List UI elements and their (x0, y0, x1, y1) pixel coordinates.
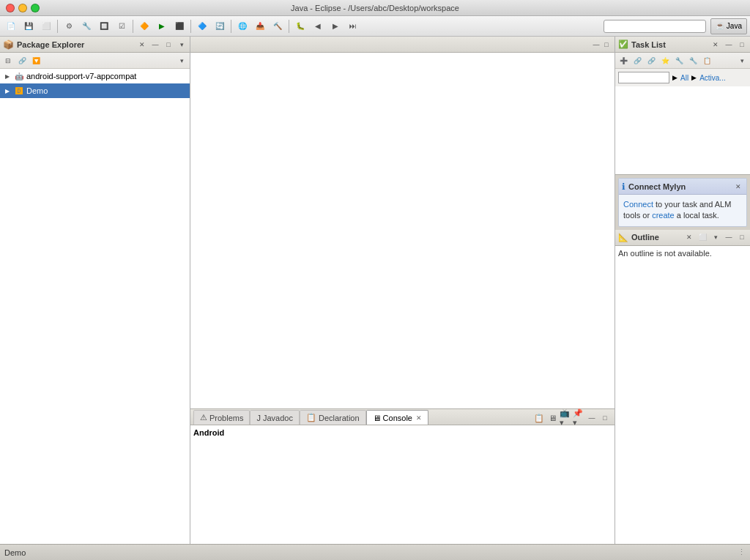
task-list-icon: ✅ (618, 40, 628, 49)
window-title: Java - Eclipse - /Users/abc/Desktop/work… (291, 4, 459, 12)
task-toolbar-btn3[interactable]: ⭐ (658, 54, 672, 67)
outline-title: Outline (631, 233, 681, 242)
editor-area[interactable] (190, 53, 615, 408)
center-area: — □ ⚠ Problems J Javadoc 📋 Declaration (190, 37, 615, 544)
tree-filter-button[interactable]: 🔽 (29, 54, 42, 67)
outline-minimize-icon[interactable]: — (724, 232, 734, 242)
collapse-all-button[interactable]: ⊟ (1, 54, 15, 67)
toolbar-btn-11[interactable]: ◀ (310, 18, 326, 34)
editor-minimize-icon[interactable]: — (591, 40, 601, 50)
console-toolbar-btn3[interactable]: 📺▾ (559, 411, 572, 425)
task-list-header: ✅ Task List ✕ — □ (615, 37, 750, 53)
console-toolbar-btn1[interactable]: 📋 (532, 411, 546, 425)
stop-button[interactable]: ⬛ (171, 18, 188, 34)
perspective-button[interactable]: ☕ Java (710, 18, 747, 34)
toolbar-btn-4[interactable]: 🔲 (96, 18, 112, 34)
console-label: Android (193, 428, 224, 437)
toolbar-btn-1[interactable]: ⬜ (38, 18, 54, 34)
connect-link[interactable]: Connect (623, 200, 653, 209)
task-all-filter[interactable]: All (680, 74, 688, 82)
maximize-panel-icon[interactable]: □ (163, 40, 174, 50)
toolbar-btn-13[interactable]: ⏭ (345, 18, 361, 34)
task-search-row: ▶ All ▶ Activa... (615, 69, 750, 86)
create-link[interactable]: create (652, 211, 675, 220)
console-content[interactable]: Android (190, 425, 615, 544)
tree-item-appcompat[interactable]: ▶ 🤖 android-support-v7-appcompat (0, 69, 190, 83)
toolbar-btn-9[interactable]: 📥 (252, 18, 268, 34)
outline-btn1[interactable]: ⬜ (697, 232, 708, 242)
package-explorer-tree[interactable]: ▶ 🤖 android-support-v7-appcompat ▶ 🅳 Dem… (0, 69, 190, 544)
toolbar-sep-1 (57, 20, 58, 33)
window-controls (6, 4, 40, 12)
run-external-button[interactable]: 🔶 (136, 18, 152, 34)
task-list-minimize-icon[interactable]: — (724, 40, 734, 50)
toolbar-btn-3[interactable]: 🔧 (78, 18, 94, 34)
status-dots: ⋮ (738, 548, 746, 557)
editor-panel-controls: — □ (190, 37, 615, 53)
package-explorer-icon: 📦 (3, 40, 14, 50)
tree-arrow-appcompat: ▶ (3, 72, 12, 81)
view-menu-button[interactable]: ▾ (175, 54, 188, 67)
outline-dropdown-icon[interactable]: ▾ (710, 232, 721, 242)
console-close-icon[interactable]: ✕ (416, 414, 422, 422)
task-toolbar-btn1[interactable]: 🔗 (631, 54, 644, 67)
toolbar-btn-7[interactable]: 🔄 (212, 18, 228, 34)
tab-problems-label: Problems (209, 414, 243, 422)
outline-maximize-icon[interactable]: □ (737, 232, 747, 242)
task-list-maximize-icon[interactable]: □ (737, 40, 747, 50)
javadoc-icon: J (256, 414, 261, 422)
mylyn-close-icon[interactable]: ✕ (733, 182, 743, 192)
task-toolbar-btn5[interactable]: 🔧 (686, 54, 699, 67)
console-toolbar-btn2[interactable]: 🖥 (546, 411, 559, 425)
task-active-filter[interactable]: Activa... (699, 74, 726, 82)
declaration-icon: 📋 (306, 413, 316, 422)
maximize-button[interactable] (31, 4, 40, 12)
task-toolbar-btn2[interactable]: 🔗 (645, 54, 658, 67)
tree-label-appcompat: android-support-v7-appcompat (26, 72, 136, 81)
toolbar-btn-5[interactable]: ☑ (114, 18, 130, 34)
task-search-input[interactable] (618, 72, 669, 83)
debug-button[interactable]: 🐛 (292, 18, 308, 34)
close-button[interactable] (6, 4, 15, 12)
toolbar-search-input[interactable] (604, 20, 706, 33)
status-text: Demo (4, 548, 738, 557)
tree-item-demo[interactable]: ▶ 🅳 Demo (0, 83, 190, 98)
right-panel: ✅ Task List ✕ — □ ➕ 🔗 🔗 ⭐ 🔧 🔧 📋 ▾ ▶ A (615, 37, 750, 544)
package-explorer-close-icon[interactable]: ✕ (137, 40, 147, 50)
toolbar-btn-8[interactable]: 🌐 (234, 18, 250, 34)
task-toolbar-btn4[interactable]: 🔧 (672, 54, 686, 67)
new-task-btn[interactable]: ➕ (617, 54, 630, 67)
task-dropdown-icon[interactable]: ▾ (735, 54, 749, 67)
editor-maximize-icon[interactable]: □ (601, 40, 612, 50)
task-list-content[interactable] (615, 86, 750, 174)
tab-console[interactable]: 🖥 Console ✕ (366, 410, 428, 425)
toolbar-btn-2[interactable]: ⚙ (61, 18, 77, 34)
outline-close-icon[interactable]: ✕ (684, 232, 694, 242)
connect-mylyn-body: Connect to your task and ALM tools or cr… (619, 195, 746, 226)
tab-javadoc[interactable]: J Javadoc (250, 410, 299, 425)
toolbar-sep-4 (231, 20, 231, 33)
toolbar-btn-6[interactable]: 🔷 (194, 18, 210, 34)
minimize-panel-icon[interactable]: — (150, 40, 160, 50)
task-list-close-icon[interactable]: ✕ (710, 40, 721, 50)
title-bar: Java - Eclipse - /Users/abc/Desktop/work… (0, 0, 750, 16)
new-button[interactable]: 📄 (3, 18, 19, 34)
panel-menu-icon[interactable]: ▾ (177, 40, 187, 50)
outline-panel: 📐 Outline ✕ ⬜ ▾ — □ An outline is not av… (615, 230, 750, 544)
package-explorer-panel: 📦 Package Explorer ✕ — □ ▾ ⊟ 🔗 🔽 ▾ ▶ 🤖 a… (0, 37, 190, 544)
toolbar-btn-10[interactable]: 🔨 (270, 18, 286, 34)
console-toolbar-btn4[interactable]: 📌▾ (572, 411, 585, 425)
console-maximize-icon[interactable]: □ (598, 411, 612, 425)
link-editor-button[interactable]: 🔗 (15, 54, 29, 67)
run-button[interactable]: ▶ (154, 18, 170, 34)
tab-declaration[interactable]: 📋 Declaration (300, 410, 366, 425)
project-icon-appcompat: 🤖 (13, 70, 25, 82)
package-explorer-header: 📦 Package Explorer ✕ — □ ▾ (0, 37, 190, 53)
save-button[interactable]: 💾 (21, 18, 37, 34)
toolbar-btn-12[interactable]: ▶ (327, 18, 344, 34)
minimize-button[interactable] (18, 4, 27, 12)
console-minimize-icon[interactable]: — (585, 411, 598, 425)
tree-arrow-demo: ▶ (3, 86, 12, 95)
task-toolbar-btn6[interactable]: 📋 (700, 54, 713, 67)
tab-problems[interactable]: ⚠ Problems (193, 410, 250, 425)
